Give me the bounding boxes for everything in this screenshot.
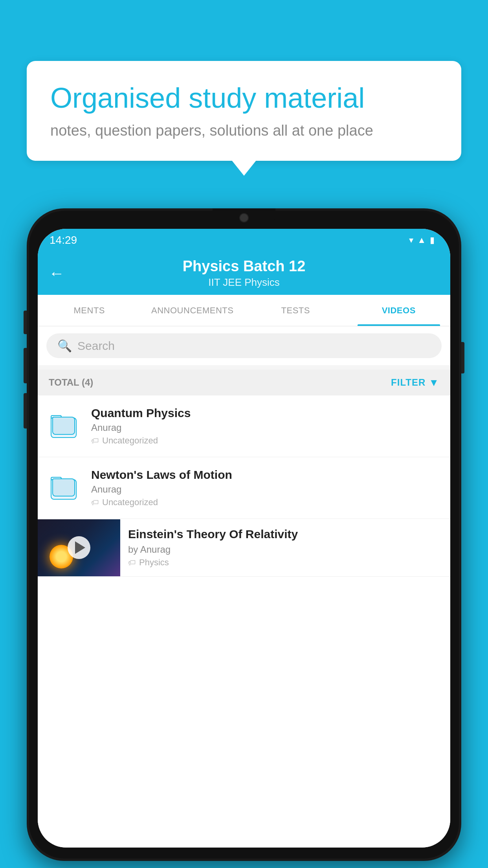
battery-icon: ▮ <box>430 235 435 245</box>
mute-button <box>24 311 27 334</box>
folder-icon <box>51 476 78 500</box>
video-thumbnail <box>38 519 120 576</box>
phone-screen: 14:29 ▾ ▲ ▮ ← Physics Batch 12 IIT JEE P… <box>38 229 450 848</box>
phone-notch <box>213 208 275 227</box>
tag-icon: 🏷 <box>91 498 99 507</box>
signal-icon: ▲ <box>417 235 426 245</box>
tabs-bar: MENTS ANNOUNCEMENTS TESTS VIDEOS <box>38 295 450 326</box>
app-bar-subtitle: IIT JEE Physics <box>208 276 280 289</box>
speech-card: Organised study material notes, question… <box>27 61 461 161</box>
list-item-title: Quantum Physics <box>91 406 441 420</box>
play-button[interactable] <box>68 536 90 559</box>
tab-ments[interactable]: MENTS <box>38 295 141 326</box>
tag-icon: 🏷 <box>128 558 136 567</box>
camera-lens <box>239 213 249 223</box>
list-item-content: Newton's Laws of Motion Anurag 🏷 Uncateg… <box>91 468 441 508</box>
phone-frame: 14:29 ▾ ▲ ▮ ← Physics Batch 12 IIT JEE P… <box>27 208 461 861</box>
list-item-video[interactable]: Einstein's Theory Of Relativity by Anura… <box>38 519 450 577</box>
app-bar: ← Physics Batch 12 IIT JEE Physics <box>38 252 450 295</box>
list-item-tag: 🏷 Uncategorized <box>91 436 441 446</box>
list-item-tag: 🏷 Uncategorized <box>91 497 441 508</box>
filter-funnel-icon: ▼ <box>429 377 439 389</box>
folder-icon-wrap <box>47 471 82 505</box>
list-item-content: Quantum Physics Anurag 🏷 Uncategorized <box>91 406 441 446</box>
video-item-title: Einstein's Theory Of Relativity <box>128 528 442 541</box>
video-item-author: by Anurag <box>128 544 442 555</box>
search-icon: 🔍 <box>57 339 72 353</box>
video-item-tag: 🏷 Physics <box>128 557 442 568</box>
list-item-author: Anurag <box>91 484 441 495</box>
filter-total: TOTAL (4) <box>49 377 93 388</box>
play-triangle-icon <box>75 541 85 554</box>
list-item[interactable]: Quantum Physics Anurag 🏷 Uncategorized <box>38 395 450 457</box>
search-container: 🔍 Search <box>38 326 450 365</box>
tab-videos[interactable]: VIDEOS <box>347 295 451 326</box>
phone-mockup: 14:29 ▾ ▲ ▮ ← Physics Batch 12 IIT JEE P… <box>27 208 461 861</box>
tab-announcements[interactable]: ANNOUNCEMENTS <box>141 295 244 326</box>
list-item-author: Anurag <box>91 422 441 433</box>
list-area: Quantum Physics Anurag 🏷 Uncategorized <box>38 395 450 848</box>
tag-icon: 🏷 <box>91 436 99 445</box>
speech-card-title: Organised study material <box>50 83 438 114</box>
tab-tests[interactable]: TESTS <box>244 295 347 326</box>
search-input-wrap[interactable]: 🔍 Search <box>46 333 442 358</box>
folder-icon <box>51 414 78 438</box>
status-bar: 14:29 ▾ ▲ ▮ <box>38 229 450 252</box>
speech-card-subtitle: notes, question papers, solutions all at… <box>50 122 438 139</box>
list-item-title: Newton's Laws of Motion <box>91 468 441 482</box>
folder-icon-wrap <box>47 409 82 443</box>
status-icons: ▾ ▲ ▮ <box>409 235 435 245</box>
back-button[interactable]: ← <box>49 265 64 282</box>
wifi-icon: ▾ <box>409 235 413 245</box>
volume-up-button <box>24 348 27 383</box>
search-placeholder: Search <box>77 339 115 353</box>
list-item[interactable]: Newton's Laws of Motion Anurag 🏷 Uncateg… <box>38 457 450 519</box>
status-time: 14:29 <box>50 234 77 246</box>
power-button <box>461 342 464 373</box>
app-bar-title: Physics Batch 12 <box>183 258 306 275</box>
volume-down-button <box>24 393 27 428</box>
filter-button[interactable]: FILTER ▼ <box>391 377 439 389</box>
video-item-content: Einstein's Theory Of Relativity by Anura… <box>120 519 450 576</box>
filter-bar: TOTAL (4) FILTER ▼ <box>38 370 450 395</box>
